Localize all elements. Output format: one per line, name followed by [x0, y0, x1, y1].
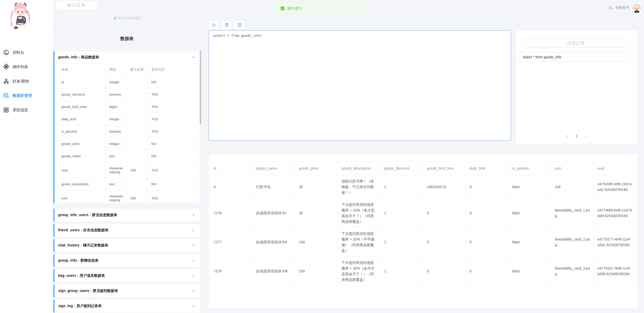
database-icon	[3, 93, 9, 99]
schema-cell-name: uuid	[58, 162, 106, 178]
play-icon	[211, 23, 216, 27]
success-notification: 操作成功	[275, 2, 370, 15]
cell-goods-name: 幻想卡包	[253, 175, 295, 199]
mascot-logo	[7, 2, 33, 31]
results-row: 7277 好感度双倍加持卡Ⅱ 150 下次签到双倍好感度概率 + 20%（平平庸…	[210, 228, 637, 257]
table-card-collapsed[interactable]: group_info_users：群员信息数据表	[53, 209, 200, 222]
schema-row: goods_limit_time bigint YES	[58, 101, 198, 113]
schema-cell-name: goods_description	[58, 178, 106, 190]
schema-cell-name: daily_limit	[58, 113, 106, 125]
cell-goods-limit-time: 1662334711	[423, 175, 466, 199]
table-card-collapsed[interactable]: bag_users：用户道具数据表	[53, 269, 200, 282]
sidebar-item-database[interactable]: 数据库管理	[0, 88, 53, 103]
schema-row: is_passive boolean YES	[58, 125, 198, 138]
user-avatar[interactable]	[632, 3, 642, 13]
sql-editor[interactable]: select * from goods_info	[209, 30, 511, 141]
cell-goods-price: 250	[295, 257, 338, 286]
table-card-collapsed[interactable]: group_info：群聊信息表	[53, 254, 200, 267]
chevron-down-icon	[191, 55, 196, 60]
cell-uuid: e47790fd-4ef8-11ef-88dd-5254007bf160	[594, 199, 637, 228]
collapsed-table-list: group_info_users：群员信息数据表 friend_users：好友…	[53, 209, 200, 312]
cell-goods-limit-time: 0	[423, 228, 466, 257]
results-header-cell: goods_price	[295, 162, 338, 175]
history-journal-button[interactable]	[234, 21, 245, 29]
results-panel: idgoods_namegoods_pricegoods_description…	[209, 154, 638, 308]
schema-cell-type: integer	[105, 113, 126, 125]
schema-cell-nullable: YES	[148, 113, 198, 125]
cell-goods-description: 抽取幻想卡牌！（体验版，不记录任何数据！）	[338, 175, 381, 199]
cell-daily-limit: 0	[466, 257, 509, 286]
cell-goods-description: 下次签到双倍好感度概率 + 30%（金币才是真命天子！）（同类商品将覆盖）	[338, 257, 381, 286]
run-query-button[interactable]	[209, 21, 219, 29]
schema-cell-maxlen: 255	[127, 162, 148, 178]
results-row: 7276 好感度双倍加持卡Ⅰ 30 下次签到双倍好感度概率 + 10%（谁才是真…	[210, 199, 637, 228]
sidebar-item-friends-groups[interactable]: 好友/群组	[0, 74, 53, 88]
cell-daily-limit: 0	[466, 175, 509, 199]
table-card-title: friend_users：好友信息数据表	[58, 228, 108, 233]
cell-id: 4	[210, 175, 253, 199]
chevron-right-icon	[191, 228, 196, 233]
page-number[interactable]: 1	[576, 134, 578, 138]
cell-goods-limit-time: 0	[423, 257, 466, 286]
sidebar-item-label: 系统信息	[13, 108, 28, 113]
schema-cell-nullable: YES	[148, 125, 198, 138]
schema-cell-maxlen	[127, 178, 148, 190]
table-card-collapsed[interactable]: sign_group_users：群员签到数据表	[53, 284, 200, 297]
cell-id: 7276	[210, 199, 253, 228]
table-card-collapsed[interactable]: sign_log：用户签到记录表	[53, 300, 200, 312]
schema-cell-maxlen	[127, 125, 148, 138]
table-card-header[interactable]: goods_info：商品数据表	[54, 51, 200, 63]
app-window: 控制台 插件列表 好	[0, 0, 644, 313]
history-panel: 历史记录 select * from goods_info 1	[516, 30, 638, 144]
cell-id: 7277	[210, 228, 253, 257]
history-pagination: 1	[516, 134, 638, 138]
results-header-cell: goods_description	[338, 162, 381, 175]
schema-cell-type: boolean	[105, 125, 126, 138]
schema-cell-nullable: NO	[148, 178, 198, 190]
cell-icon: favorability_card_3.png	[551, 257, 594, 286]
journal-icon	[237, 23, 242, 27]
chevron-right-icon	[191, 213, 196, 217]
schema-header-cell: 类型	[105, 63, 126, 76]
results-header-cell: uuid	[594, 162, 637, 175]
sidebar-item-system-info[interactable]: 系统信息	[0, 103, 53, 117]
results-header-cell: goods_limit_time	[423, 162, 466, 175]
schema-cell-name: id	[58, 76, 106, 88]
sidebar-item-label: 数据库管理	[13, 93, 32, 98]
sidebar-item-label: 插件列表	[13, 65, 28, 69]
chevron-right-icon	[191, 243, 196, 248]
schema-header-cell: 最大长度	[127, 63, 148, 76]
cell-daily-limit: 0	[466, 199, 509, 228]
next-page-arrow[interactable]	[584, 134, 588, 138]
schema-row: goods_name text NO	[58, 150, 198, 162]
notification-text: 操作成功	[287, 6, 302, 11]
people-icon	[3, 78, 9, 84]
grid-icon	[3, 107, 9, 113]
cell-goods-name: 好感度双倍加持卡Ⅰ	[253, 199, 295, 228]
results-body: 4 幻想卡包 20 抽取幻想卡牌！（体验版，不记录任何数据！） 1 166233…	[210, 175, 637, 286]
cell-goods-description: 下次签到双倍好感度概率 + 20%（平平庸庸）（同类商品将覆盖）	[338, 228, 381, 257]
panel-scrollbar-thumb[interactable]	[200, 50, 201, 124]
sidebar-item-console[interactable]: 控制台	[0, 45, 53, 60]
schema-row: icon character varying 255 YES	[58, 190, 198, 204]
results-header-cell: goods_name	[253, 162, 295, 175]
port-settings-button[interactable]: 端口设置	[56, 1, 97, 10]
chevron-right-icon	[191, 258, 196, 263]
table-card-collapsed[interactable]: chat_history：聊天记录数据表	[53, 239, 200, 252]
schema-cell-nullable: YES	[148, 162, 198, 178]
table-card-title: goods_info：商品数据表	[58, 55, 99, 60]
cell-icon: favorability_card_1.png	[551, 199, 594, 228]
schema-cell-nullable: YES	[148, 101, 198, 113]
panel-top: 端口设置 风灵月影的魔法	[53, 0, 201, 27]
prev-page-arrow[interactable]	[566, 134, 569, 138]
cell-icon: null	[551, 175, 594, 199]
history-item[interactable]: select * from goods_info	[519, 52, 632, 61]
clear-button[interactable]	[222, 21, 232, 29]
sidebar-item-plugins[interactable]: 插件列表	[0, 60, 53, 74]
cell-goods-discount: 1	[381, 175, 423, 199]
chevron-right-icon	[191, 304, 196, 308]
schema-cell-name: goods_limit_time	[58, 101, 106, 113]
table-card-title: bag_users：用户道具数据表	[58, 273, 105, 278]
table-card-collapsed[interactable]: friend_users：好友信息数据表	[53, 224, 200, 237]
account-switcher[interactable]: 切换账号	[608, 3, 642, 13]
